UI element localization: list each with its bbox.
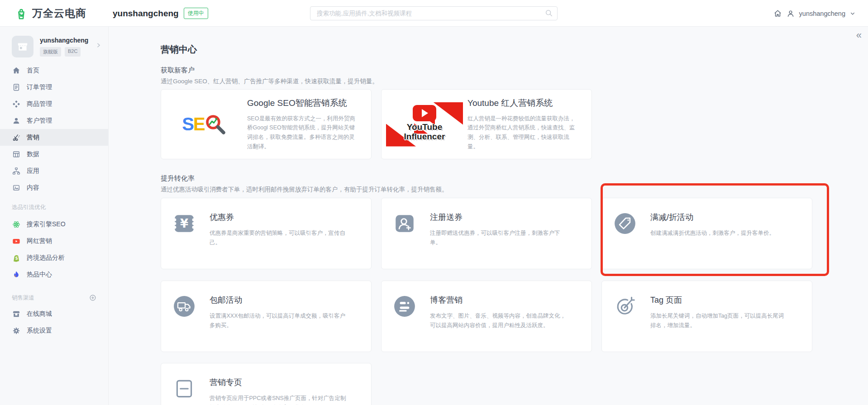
shop-switcher[interactable]: yunshangcheng 旗舰版 B2C bbox=[0, 36, 108, 57]
card-desc: 添加长尾关键词，自动增加Tag页面，可以提高长尾词排名，增加流量。 bbox=[650, 311, 789, 330]
card-title: 博客营销 bbox=[430, 295, 568, 305]
truck-icon bbox=[172, 295, 196, 352]
shop-avatar bbox=[12, 36, 33, 57]
youtube-play-icon bbox=[413, 105, 436, 121]
card-landing-page[interactable]: 营销专页 营销专页应用于PPC或者SNS推广页面，针对广告定制推广的商品，可以提… bbox=[161, 363, 372, 405]
section-label-traffic: 选品引流优化 bbox=[0, 203, 108, 211]
youtube-icon bbox=[12, 237, 20, 245]
card-title: 注册送券 bbox=[430, 212, 568, 223]
card-desc: 设置满XXX包邮活动，可以提高订单成交额，吸引客户多购买。 bbox=[210, 311, 348, 330]
card-youtube-influencer[interactable]: YouTube Influencer Youtube 红人营销系统 红人营销是一… bbox=[381, 89, 592, 159]
customer-icon bbox=[12, 117, 20, 125]
seo-logo: S E bbox=[161, 114, 247, 135]
flame-icon bbox=[12, 271, 20, 279]
card-desc: 红人营销是一种花费较低的流量获取办法，通过外贸商桥红人营销系统，快速查找、监测、… bbox=[467, 114, 580, 152]
sidebar-item-apps[interactable]: 应用 bbox=[0, 162, 108, 179]
card-discount-activity[interactable]: 满减/折活动 创建满减满折优惠活动，刺激客户，提升客单价。 bbox=[601, 198, 812, 269]
card-title: Youtube 红人营销系统 bbox=[467, 97, 580, 109]
section-heading-conversion: 提升转化率 bbox=[161, 174, 868, 183]
shopify-bag-icon: S bbox=[12, 254, 20, 262]
svg-text:S: S bbox=[15, 256, 18, 260]
card-title: 优惠券 bbox=[210, 212, 348, 223]
card-google-seo[interactable]: S E Google SEO智能营销系统 SEO是最有效的获客方式之一，利用外贸… bbox=[161, 89, 372, 159]
page-title: 营销中心 bbox=[161, 43, 868, 56]
sidebar-item-settings[interactable]: 系统设置 bbox=[0, 322, 108, 339]
channels-nav: 在线商城 系统设置 bbox=[0, 305, 108, 339]
coupon-icon: ¥ bbox=[172, 212, 196, 269]
brand-logo: 万全云电商 bbox=[14, 0, 86, 27]
target-icon bbox=[613, 295, 637, 352]
products-icon bbox=[12, 100, 20, 108]
blog-icon bbox=[393, 295, 416, 352]
sidebar-item-products[interactable]: 商品管理 bbox=[0, 95, 108, 112]
search-input[interactable] bbox=[310, 6, 558, 20]
page-icon bbox=[172, 377, 196, 405]
app-header: 万全云电商 yunshangcheng 使用中 yunshangcheng bbox=[0, 0, 868, 27]
gear-icon bbox=[12, 327, 20, 335]
status-badge: 使用中 bbox=[184, 8, 208, 19]
image-icon bbox=[12, 184, 20, 192]
chevron-down-icon[interactable] bbox=[850, 11, 855, 16]
card-desc: 创建满减满折优惠活动，刺激客户，提升客单价。 bbox=[650, 229, 789, 238]
sidebar-item-hot-products[interactable]: 热品中心 bbox=[0, 266, 108, 283]
section-label-channels: 销售渠道 bbox=[0, 294, 108, 302]
sidebar-item-seo[interactable]: 搜索引擎SEO bbox=[0, 216, 108, 233]
card-desc: 营销专页应用于PPC或者SNS推广页面，针对广告定制推广的商品，可以提高曝光率和… bbox=[210, 394, 348, 405]
brand-logo-icon bbox=[14, 7, 28, 20]
card-desc: 注册即赠送优惠券，可以吸引客户注册，刺激客户下单。 bbox=[430, 229, 568, 247]
sidebar-item-data[interactable]: 数据 bbox=[0, 146, 108, 162]
atom-icon bbox=[12, 220, 20, 229]
card-coupon[interactable]: ¥ 优惠券 优惠券是商家重要的营销策略，可以吸引客户，宣传自己。 bbox=[161, 198, 372, 269]
sidebar-item-orders[interactable]: 订单管理 bbox=[0, 79, 108, 95]
table-icon bbox=[12, 150, 20, 158]
brand-name: 万全云电商 bbox=[32, 6, 86, 20]
card-title: 包邮活动 bbox=[210, 295, 348, 305]
plan-badge: 旗舰版 bbox=[40, 47, 61, 57]
sidebar-item-home[interactable]: 首页 bbox=[0, 62, 108, 79]
section-heading-acquire: 获取新客户 bbox=[161, 66, 868, 75]
card-title: 营销专页 bbox=[210, 377, 348, 388]
header-user-area: yunshangcheng bbox=[773, 0, 855, 27]
card-title: Google SEO智能营销系统 bbox=[247, 97, 359, 109]
section-desc-acquire: 通过Google SEO、红人营销、广告推广等多种渠道，快速获取流量，提升销量。 bbox=[161, 77, 868, 86]
sidebar-item-product-analysis[interactable]: S 跨境选品分析 bbox=[0, 249, 108, 266]
card-desc: SEO是最有效的获客方式之一，利用外贸商桥Googl SEO智能营销系统，提升网… bbox=[247, 114, 359, 152]
mode-badge: B2C bbox=[65, 47, 81, 57]
traffic-nav: 搜索引擎SEO 网红营销 S 跨境选品分析 bbox=[0, 216, 108, 283]
svg-text:¥: ¥ bbox=[180, 217, 188, 230]
tag-icon bbox=[613, 212, 637, 269]
user-icon[interactable] bbox=[787, 10, 795, 18]
sidebar-shop-name: yunshangcheng bbox=[40, 37, 88, 44]
card-title: 满减/折活动 bbox=[650, 212, 789, 223]
sidebar: yunshangcheng 旗舰版 B2C 首页 bbox=[0, 27, 109, 405]
scissors-icon bbox=[12, 133, 20, 142]
add-channel-icon[interactable] bbox=[89, 294, 96, 301]
home-icon bbox=[12, 67, 20, 75]
sitemap-icon bbox=[12, 167, 20, 175]
sidebar-item-content[interactable]: 内容 bbox=[0, 179, 108, 196]
card-title: Tag 页面 bbox=[650, 295, 789, 305]
shop-title: yunshangcheng bbox=[113, 9, 179, 19]
order-icon bbox=[12, 83, 20, 91]
section-desc-conversion: 通过优惠活动吸引消费者下单，适时利用邮件挽留放弃订单的客户，有助于提升订单转化率… bbox=[161, 186, 868, 194]
main-content: « 营销中心 获取新客户 通过Google SEO、红人营销、广告推广等多种渠道… bbox=[109, 27, 868, 405]
card-free-shipping[interactable]: 包邮活动 设置满XXX包邮活动，可以提高订单成交额，吸引客户多购买。 bbox=[161, 281, 372, 352]
sidebar-item-online-store[interactable]: 在线商城 bbox=[0, 305, 108, 322]
storefront-icon bbox=[12, 310, 20, 318]
sidebar-item-influencer[interactable]: 网红营销 bbox=[0, 233, 108, 249]
card-blog-marketing[interactable]: 博客营销 发布文字、图片、音乐、视频等内容，创造品牌文化，可以提高网站内容价值，… bbox=[381, 281, 592, 352]
current-shop: yunshangcheng 使用中 bbox=[113, 0, 208, 27]
sidebar-item-marketing[interactable]: 营销 bbox=[0, 129, 108, 146]
user-name[interactable]: yunshangcheng bbox=[799, 10, 845, 17]
card-signup-coupon[interactable]: 注册送券 注册即赠送优惠券，可以吸引客户注册，刺激客户下单。 bbox=[381, 198, 592, 269]
collapse-sidebar-icon[interactable]: « bbox=[856, 30, 862, 40]
home-icon[interactable] bbox=[773, 9, 782, 18]
card-desc: 发布文字、图片、音乐、视频等内容，创造品牌文化，可以提高网站内容价值，提用户粘性… bbox=[430, 311, 568, 330]
seo-magnifier-icon bbox=[205, 114, 226, 135]
chevron-right-icon[interactable] bbox=[95, 42, 102, 48]
card-desc: 优惠券是商家重要的营销策略，可以吸引客户，宣传自己。 bbox=[210, 229, 348, 247]
main-nav: 首页 订单管理 商品管理 客户管理 bbox=[0, 62, 108, 196]
card-tag-page[interactable]: Tag 页面 添加长尾关键词，自动增加Tag页面，可以提高长尾词排名，增加流量。 bbox=[601, 281, 812, 352]
sidebar-item-customers[interactable]: 客户管理 bbox=[0, 112, 108, 129]
search-icon[interactable] bbox=[545, 9, 553, 17]
